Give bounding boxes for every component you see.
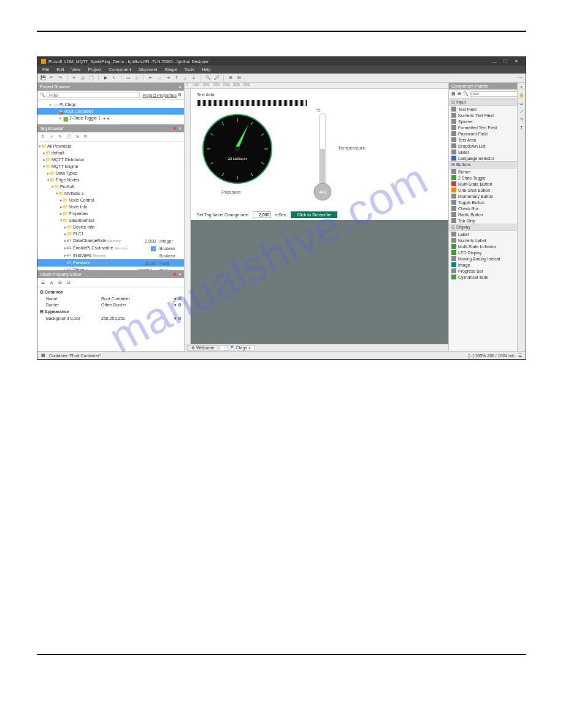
align-bottom-icon[interactable]: ⤓ (191, 75, 197, 81)
tag-row[interactable]: ▸🏷Pressure Memory22.90Float (37, 259, 184, 267)
zoom-in-icon[interactable]: 🔍 (205, 75, 211, 81)
paste-icon[interactable]: 📋 (88, 75, 94, 81)
tag-row[interactable]: ▾📁ProSoft (37, 183, 184, 190)
palette-item[interactable]: Formatted Text Field (449, 124, 517, 131)
palette-item[interactable]: Dropdown List (449, 143, 517, 149)
align-left-icon[interactable]: ⇤ (148, 75, 154, 81)
tag-row[interactable]: ▸📁Node Info (37, 203, 184, 210)
more-icon[interactable]: ⋯ (517, 75, 523, 81)
palette-item[interactable]: Text Field (449, 106, 517, 112)
az-icon[interactable]: A (48, 279, 55, 286)
line-tool-icon[interactable]: ／ (519, 108, 525, 115)
tree-item[interactable]: ▸🟩2-State Toggle 1● ● (37, 115, 184, 121)
palette-item[interactable]: Multi-State Indicator (449, 243, 517, 249)
property-grid[interactable]: ⊟ CommonNameRoot Container▾ ⚙BorderOther… (37, 287, 184, 323)
palette-filter-input[interactable] (470, 91, 523, 97)
menu-project[interactable]: Project (88, 67, 101, 72)
palette-item[interactable]: Radio Button (449, 211, 517, 218)
circle-icon[interactable]: ○ (134, 75, 140, 81)
menu-edit[interactable]: Edit (56, 67, 64, 72)
palette-item[interactable]: Toggle Button (449, 199, 517, 205)
tag-row[interactable]: ▾📁MVIS6E-1 (37, 190, 184, 197)
palette-item[interactable]: Image (449, 262, 517, 268)
tag-row[interactable]: ▸📁Data Types (37, 170, 184, 176)
align-top-icon[interactable]: ⤒ (174, 75, 180, 81)
add-tag-icon[interactable]: ＋ (48, 134, 55, 140)
menu-alignment[interactable]: Alignment (138, 67, 157, 72)
tag-row[interactable]: ▸📁Properties (37, 210, 184, 217)
rect-icon[interactable]: ▭ (125, 75, 131, 81)
palette-item[interactable]: Slider (449, 149, 517, 155)
group-icon[interactable]: ⊞ (228, 75, 234, 81)
palette-item[interactable]: 2 State Toggle (449, 175, 517, 181)
tag-row[interactable]: ▸🏷EnablePLCsubscribe Memory✓Boolean (37, 245, 184, 252)
align-center-icon[interactable]: ↔ (156, 75, 163, 81)
tab-plctags[interactable]: 📄PLCtags× (220, 345, 255, 351)
export-icon[interactable]: ⇱ (83, 134, 89, 140)
tag-row[interactable]: ▾📁MQTT Engine (37, 163, 184, 170)
align-middle-icon[interactable]: ↕ (182, 75, 188, 81)
palette-item[interactable]: Check Box (449, 205, 517, 211)
tree-item[interactable]: ▸📦Root Container (37, 108, 184, 115)
refresh-icon[interactable]: ↻ (40, 134, 46, 140)
palette-section[interactable]: ⊟ Input (449, 99, 517, 106)
palette-section[interactable]: ⊟ Display (449, 224, 517, 231)
settings-icon[interactable]: ⚙ (178, 93, 182, 97)
tree-item[interactable]: ▸📄PLCtags (37, 101, 184, 108)
pointer-tool-icon[interactable]: ↖ (519, 85, 525, 91)
palette-item[interactable]: Numeric Label (449, 237, 517, 243)
prop-row[interactable]: BorderOther Border▾ ⚙ (40, 302, 182, 308)
play-icon[interactable]: ▶ (102, 75, 109, 81)
prop-row[interactable]: NameRoot Container▾ ⚙ (40, 296, 182, 302)
tag-tree[interactable]: ▾📁All Providers▸📁default▸📁MQTT Distribut… (37, 142, 184, 270)
list-icon[interactable]: ☰ (458, 91, 461, 97)
palette-section[interactable]: ⊟ Buttons (449, 161, 517, 169)
palette-item[interactable]: Moving Analog Indicat (449, 256, 517, 262)
collapse-icon[interactable]: ⊟ (66, 279, 72, 286)
copy-icon[interactable]: ⎘ (80, 75, 86, 81)
rect-tool-icon[interactable]: ▭ (519, 100, 525, 107)
palette-item[interactable]: Tab Strip (449, 218, 517, 224)
expand-icon[interactable]: ⊞ (57, 279, 63, 286)
menu-help[interactable]: Help (202, 67, 210, 72)
palette-item[interactable]: Progress Bar (449, 268, 517, 274)
palette-item[interactable]: Text Area (449, 137, 517, 143)
undo-icon[interactable]: ↶ (48, 75, 55, 81)
tag-row[interactable]: ▸📁Node Control (37, 197, 184, 203)
align-right-icon[interactable]: ⇥ (165, 75, 171, 81)
tag-row[interactable]: ▸📁default (37, 150, 184, 156)
menu-file[interactable]: File (42, 67, 49, 72)
palette-item[interactable]: Momentary Button (449, 193, 517, 199)
palette-item[interactable]: Language Selector (449, 155, 517, 161)
close-button[interactable]: ✕ (511, 59, 522, 64)
prop-section[interactable]: ⊟ Common (40, 290, 182, 295)
hand-tool-icon[interactable]: ✋ (519, 93, 525, 99)
pin-icon[interactable]: 📌 (172, 272, 177, 276)
palette-item[interactable]: Cylindrical Tank (449, 274, 517, 280)
edit-icon[interactable]: ✎ (57, 134, 63, 140)
palette-item[interactable]: One-Shot Button (449, 187, 517, 193)
pointer-icon[interactable]: ↖ (111, 75, 117, 81)
grid-icon[interactable]: ▦ (451, 91, 456, 97)
tag-row[interactable]: ▸🏷InletValve MemoryBoolean (37, 252, 184, 259)
palette-item[interactable]: LED Display (449, 249, 517, 256)
minimize-button[interactable]: — (489, 59, 500, 64)
close-icon[interactable]: × (248, 346, 251, 350)
project-tree[interactable]: ▸📄PLCtags▸📦Root Container▸🟩2-State Toggl… (37, 100, 184, 124)
palette-item[interactable]: Numeric Text Field (449, 112, 517, 118)
project-properties-link[interactable]: Project Properties (142, 93, 177, 97)
subscribe-button[interactable]: Click to Subscribe (291, 211, 337, 218)
palette-item[interactable]: Spinner (449, 118, 517, 124)
tag-row[interactable]: ▾📁Edge Nodes (37, 176, 184, 183)
tag-row[interactable]: ▸📁Device Info (37, 224, 184, 230)
prop-row[interactable]: Background Color250,250,251▾ ⚙ (40, 316, 182, 322)
menu-view[interactable]: View (71, 67, 80, 72)
save-icon[interactable]: 💾 (40, 75, 46, 81)
palette-item[interactable]: Label (449, 231, 517, 237)
palette-item[interactable]: Button (449, 169, 517, 175)
design-canvas[interactable]: Text data (191, 89, 448, 344)
pin-icon[interactable]: 📌 (172, 126, 177, 131)
pen-tool-icon[interactable]: ✎ (519, 116, 525, 123)
import-icon[interactable]: ⇲ (74, 134, 80, 140)
tab-welcome[interactable]: ⊕Welcome (187, 345, 218, 351)
